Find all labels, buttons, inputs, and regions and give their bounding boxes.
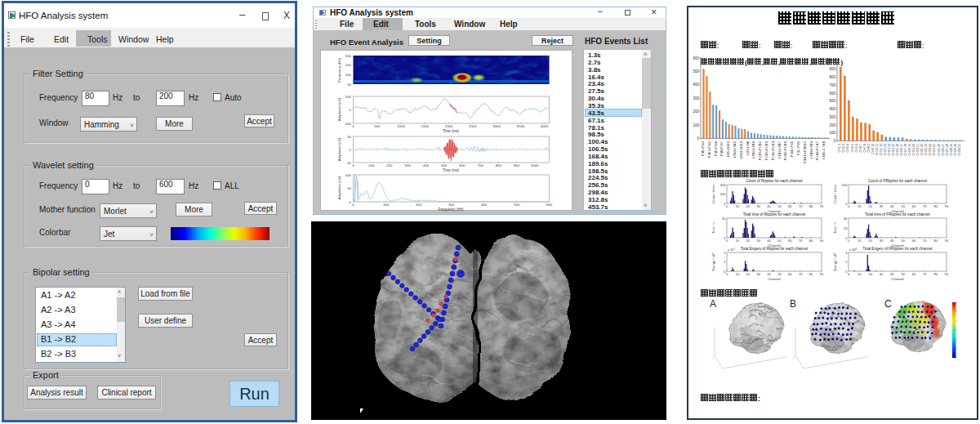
- svg-text:-50: -50: [346, 161, 352, 165]
- svg-text:CH25-26: CH25-26: [938, 144, 941, 155]
- svg-text:1000: 1000: [531, 163, 539, 167]
- svg-text:50: 50: [347, 135, 351, 139]
- svg-text:30: 30: [880, 272, 884, 276]
- svg-text:90: 90: [945, 272, 949, 276]
- svg-text:CH10-11: CH10-11: [875, 144, 879, 155]
- svg-text:CH11-12: CH11-12: [880, 144, 883, 155]
- svg-text:P3B-P3I7: P3B-P3I7: [719, 141, 724, 156]
- svg-text:200: 200: [345, 54, 352, 58]
- svg-text:400: 400: [481, 203, 488, 207]
- svg-text:Total Engery of Ripples for ea: Total Engery of Ripples for each channel: [741, 247, 808, 251]
- svg-text:0: 0: [352, 163, 354, 167]
- svg-text:Total time of FRipples for eac: Total time of FRipples for each channel: [865, 212, 929, 216]
- svg-text:-500: -500: [344, 122, 351, 126]
- svg-text:Channel: Channel: [768, 277, 781, 281]
- svg-text:50: 50: [901, 204, 905, 208]
- svg-text:P3H13-P3H14: P3H13-P3H14: [803, 141, 807, 163]
- svg-text:90: 90: [945, 204, 949, 208]
- svg-text:LTA3-LTA5: LTA3-LTA5: [733, 141, 737, 158]
- svg-text:70: 70: [799, 239, 803, 243]
- svg-text:CH2-3: CH2-3: [842, 144, 845, 152]
- svg-text:50: 50: [777, 204, 782, 208]
- svg-text:CH29-30: CH29-30: [954, 144, 957, 155]
- svg-text:1000: 1000: [827, 60, 836, 64]
- svg-text:90: 90: [820, 204, 824, 208]
- svg-text:CH27-28: CH27-28: [946, 144, 949, 155]
- svg-text:40: 40: [890, 204, 894, 208]
- svg-text:60: 60: [788, 272, 792, 276]
- svg-text:20: 20: [868, 204, 872, 208]
- svg-text:Amplitude (uV): Amplitude (uV): [337, 97, 341, 121]
- svg-text:0: 0: [350, 148, 352, 152]
- svg-text:400: 400: [693, 83, 699, 87]
- svg-text:LH11-LH13: LH11-LH13: [739, 141, 743, 158]
- svg-text:40: 40: [890, 272, 894, 276]
- svg-text:0: 0: [697, 136, 699, 141]
- svg-text:LTB4-LTB6: LTB4-LTB6: [751, 141, 755, 158]
- svg-text:CH17-18: CH17-18: [904, 144, 907, 155]
- svg-text:Time / s: Time / s: [833, 222, 837, 234]
- svg-text:300: 300: [693, 96, 699, 100]
- svg-text:Count of FRipples for each cha: Count of FRipples for each channel: [868, 179, 927, 183]
- svg-text:20: 20: [844, 226, 848, 230]
- svg-text:CH23-24: CH23-24: [929, 144, 932, 155]
- svg-text:600: 600: [546, 203, 553, 207]
- svg-text:0: 0: [848, 204, 850, 208]
- svg-text:500: 500: [693, 69, 699, 74]
- svg-text:Frequency (Hz): Frequency (Hz): [337, 58, 341, 83]
- svg-text:800: 800: [829, 75, 835, 79]
- svg-text:CH12-13: CH12-13: [884, 144, 887, 155]
- svg-text:200: 200: [829, 123, 835, 127]
- svg-text:2: 2: [845, 260, 848, 264]
- svg-text:90: 90: [945, 239, 949, 243]
- svg-text:60: 60: [912, 239, 916, 243]
- svg-text:Frequency (Hz): Frequency (Hz): [438, 208, 464, 212]
- svg-text:70: 70: [923, 204, 927, 208]
- svg-text:80: 80: [809, 239, 813, 243]
- svg-text:60: 60: [788, 239, 792, 243]
- svg-text:200: 200: [693, 109, 699, 114]
- svg-text:Total time of Ripples for each: Total time of Ripples for each channel: [743, 212, 806, 216]
- svg-text:500: 500: [345, 95, 352, 99]
- svg-text:CH4-5: CH4-5: [851, 144, 854, 152]
- svg-text:CH30-31: CH30-31: [958, 144, 961, 155]
- svg-text:CH26-27: CH26-27: [942, 144, 945, 155]
- svg-text:CH18-19: CH18-19: [908, 144, 911, 155]
- svg-text:900: 900: [514, 163, 520, 167]
- svg-text:CH16-17: CH16-17: [900, 144, 903, 155]
- svg-text:200: 200: [720, 192, 726, 196]
- svg-text:20: 20: [746, 239, 751, 243]
- svg-text:600: 600: [693, 56, 699, 60]
- svg-text:0: 0: [833, 139, 835, 143]
- svg-text:10: 10: [736, 272, 740, 276]
- svg-text:400: 400: [829, 107, 835, 111]
- svg-text:CH3-4: CH3-4: [846, 144, 849, 152]
- svg-text:10: 10: [736, 239, 740, 243]
- svg-text:2000: 2000: [445, 124, 453, 128]
- svg-text:80: 80: [809, 272, 813, 276]
- svg-text:0: 0: [352, 124, 354, 128]
- svg-text:1000: 1000: [397, 124, 405, 128]
- svg-text:1500: 1500: [421, 124, 430, 128]
- svg-text:80: 80: [933, 204, 938, 208]
- svg-text:90: 90: [820, 272, 824, 276]
- svg-text:80: 80: [809, 204, 813, 208]
- svg-text:50: 50: [901, 239, 905, 243]
- svg-text:0: 0: [726, 239, 728, 243]
- svg-text:P3D-P3I4: P3D-P3I4: [701, 141, 705, 156]
- svg-text:50: 50: [347, 83, 351, 87]
- svg-text:2500: 2500: [469, 124, 477, 128]
- svg-text:Count / times: Count / times: [833, 185, 837, 204]
- svg-text:80: 80: [933, 272, 938, 276]
- svg-text:500: 500: [514, 203, 520, 207]
- svg-text:40: 40: [767, 272, 771, 276]
- svg-text:700: 700: [829, 83, 835, 87]
- svg-text:100: 100: [829, 131, 835, 135]
- svg-text:P3E1-P3I2: P3E1-P3I2: [707, 141, 711, 158]
- svg-text:900: 900: [829, 67, 835, 71]
- svg-text:30: 30: [880, 204, 884, 208]
- svg-text:50: 50: [901, 272, 905, 276]
- svg-text:CH8-9: CH8-9: [867, 144, 871, 152]
- svg-text:600: 600: [829, 91, 835, 96]
- svg-text:0: 0: [726, 272, 728, 276]
